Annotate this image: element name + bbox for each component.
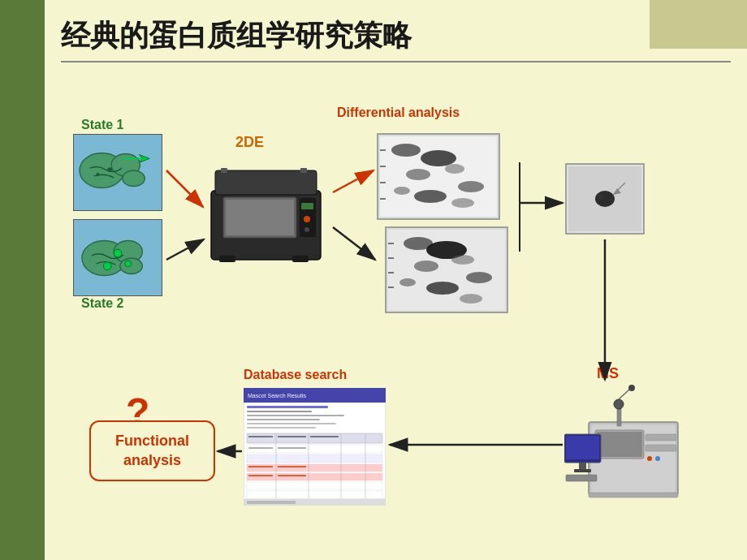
svg-point-47: [426, 282, 459, 295]
svg-point-71: [628, 385, 635, 391]
svg-rect-62: [597, 432, 642, 457]
ms-machine-area: [564, 381, 682, 499]
svg-rect-101: [278, 447, 306, 449]
zoomed-gel-svg: [564, 162, 646, 235]
svg-rect-18: [301, 203, 313, 209]
db-search-svg: Mascot Search Results: [244, 388, 386, 506]
svg-line-111: [166, 239, 204, 260]
svg-point-32: [394, 187, 410, 195]
svg-point-75: [655, 456, 660, 461]
svg-rect-97: [248, 436, 273, 437]
de2-machine-image: [203, 158, 329, 264]
page-title: 经典的蛋白质组学研究策略: [61, 16, 412, 56]
svg-rect-92: [247, 491, 382, 498]
state1-protein-image: [74, 135, 162, 210]
svg-point-56: [597, 193, 605, 200]
svg-rect-21: [221, 168, 227, 173]
svg-rect-24: [292, 256, 309, 262]
svg-line-112: [333, 170, 374, 192]
svg-rect-88: [247, 454, 382, 463]
state2-label: State 2: [81, 296, 123, 311]
svg-line-110: [166, 170, 203, 207]
svg-rect-107: [247, 501, 296, 504]
svg-point-30: [445, 164, 464, 174]
svg-rect-98: [278, 436, 306, 437]
sidebar-strip: [0, 0, 45, 560]
main-content: 经典的蛋白质组学研究策略 State 1: [45, 0, 747, 560]
functional-analysis-box: Functional analysis: [89, 420, 215, 481]
title-underline: [61, 61, 731, 62]
svg-rect-67: [566, 475, 597, 481]
svg-point-43: [414, 261, 438, 272]
state2-box: [73, 219, 162, 296]
svg-rect-76: [589, 493, 678, 498]
svg-rect-99: [310, 436, 339, 437]
svg-point-44: [451, 255, 474, 265]
svg-rect-82: [247, 415, 344, 416]
svg-point-46: [399, 278, 416, 286]
svg-rect-81: [247, 411, 312, 412]
ms-label: MS: [597, 365, 619, 382]
svg-rect-65: [579, 463, 586, 469]
svg-rect-22: [300, 168, 307, 173]
svg-rect-102: [248, 466, 273, 467]
state1-label: State 1: [81, 118, 123, 132]
ms-machine-svg: [564, 381, 682, 499]
svg-rect-103: [278, 466, 306, 467]
svg-point-34: [451, 198, 474, 208]
svg-point-45: [466, 272, 492, 283]
svg-rect-73: [646, 445, 676, 451]
svg-rect-85: [247, 427, 316, 429]
de2-label: 2DE: [235, 134, 264, 151]
svg-point-31: [458, 181, 484, 192]
svg-rect-100: [248, 447, 273, 449]
gel-images-area: [374, 130, 516, 317]
svg-rect-23: [219, 256, 235, 262]
svg-point-28: [421, 150, 456, 166]
svg-line-113: [333, 227, 375, 260]
svg-rect-91: [247, 482, 382, 489]
svg-rect-86: [247, 433, 382, 443]
svg-line-70: [619, 390, 629, 399]
svg-point-69: [614, 399, 624, 409]
svg-rect-66: [574, 469, 591, 472]
svg-point-27: [391, 144, 421, 157]
svg-rect-104: [248, 475, 273, 476]
zoomed-gel-area: [564, 162, 646, 235]
de2-machine-area: [203, 158, 329, 264]
svg-rect-72: [646, 434, 676, 441]
svg-point-33: [414, 190, 447, 203]
diff-analysis-label: Differential analysis: [337, 106, 460, 120]
state2-protein-image: [74, 220, 162, 295]
svg-point-5: [107, 167, 112, 172]
svg-point-55: [595, 191, 615, 207]
svg-rect-83: [247, 419, 320, 420]
svg-text:Mascot Search Results: Mascot Search Results: [248, 393, 306, 398]
svg-point-9: [120, 258, 142, 274]
functional-analysis-text: Functional analysis: [115, 432, 189, 470]
db-search-area: Mascot Search Results: [244, 388, 386, 506]
svg-point-2: [123, 170, 145, 187]
svg-rect-64: [566, 436, 599, 459]
svg-point-11: [103, 262, 111, 270]
svg-point-74: [647, 456, 652, 461]
state1-box: [73, 134, 162, 211]
svg-point-10: [114, 249, 122, 257]
svg-point-6: [97, 173, 100, 176]
svg-rect-16: [226, 200, 294, 235]
svg-rect-105: [278, 475, 306, 476]
gel-images-svg: [374, 130, 516, 317]
svg-rect-84: [247, 423, 336, 424]
svg-point-20: [304, 227, 309, 232]
svg-point-29: [406, 169, 430, 180]
svg-rect-90: [247, 473, 382, 480]
svg-rect-80: [247, 406, 328, 408]
svg-rect-14: [215, 170, 317, 195]
svg-point-12: [125, 261, 132, 267]
db-search-label: Database search: [244, 368, 347, 382]
svg-point-48: [460, 294, 482, 304]
svg-point-19: [304, 216, 310, 222]
svg-rect-89: [247, 464, 382, 472]
